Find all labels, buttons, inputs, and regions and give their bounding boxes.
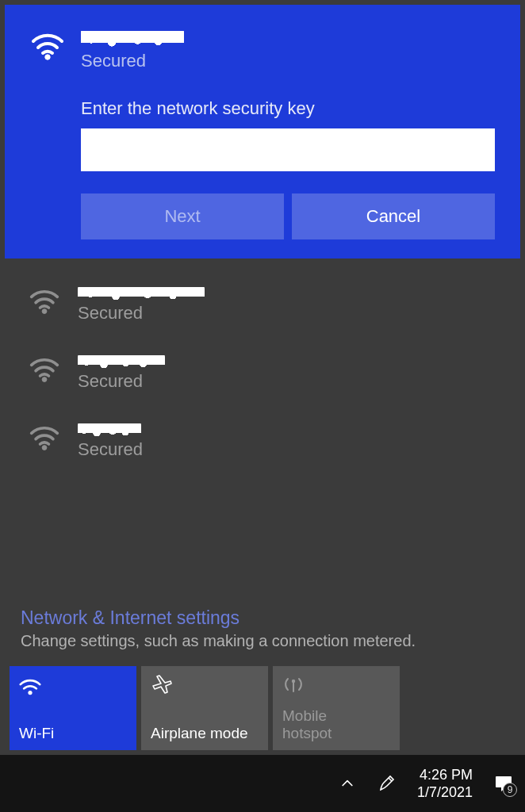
taskbar-clock[interactable]: 4:26 PM 1/7/2021 bbox=[417, 766, 473, 802]
network-item-text: Secured bbox=[78, 284, 205, 324]
action-center-button[interactable]: 9 bbox=[493, 773, 514, 794]
active-network-header: Secured bbox=[30, 27, 495, 71]
airplane-tile-label: Airplane mode bbox=[151, 725, 259, 742]
network-item-status: Secured bbox=[78, 439, 143, 460]
ssid-redacted bbox=[81, 27, 184, 49]
wifi-tile[interactable]: Wi-Fi bbox=[10, 666, 136, 750]
network-list: Secured Secured Secured bbox=[5, 259, 520, 474]
tray-overflow-button[interactable] bbox=[338, 774, 357, 793]
svg-point-3 bbox=[292, 680, 295, 683]
hotspot-icon bbox=[282, 674, 305, 696]
active-network-status: Secured bbox=[81, 51, 184, 71]
network-item-text: Secured bbox=[78, 352, 165, 392]
network-item[interactable]: Secured bbox=[24, 338, 501, 406]
security-key-label: Enter the network security key bbox=[81, 98, 495, 119]
network-item[interactable]: Secured bbox=[24, 406, 501, 474]
ssid-redacted bbox=[78, 284, 205, 301]
taskbar-date: 1/7/2021 bbox=[417, 783, 473, 802]
network-settings-link[interactable]: Network & Internet settings bbox=[21, 607, 240, 629]
network-item-text: Secured bbox=[78, 420, 143, 460]
ssid-redacted bbox=[78, 352, 165, 370]
taskbar: 4:26 PM 1/7/2021 9 bbox=[0, 755, 525, 812]
active-network-panel: Secured Enter the network security key N… bbox=[5, 5, 520, 259]
network-item-status: Secured bbox=[78, 303, 205, 324]
network-item[interactable]: Secured bbox=[24, 270, 501, 338]
quick-action-tiles: Wi-Fi Airplane mode Mobile hotspot bbox=[5, 666, 520, 755]
pen-icon bbox=[377, 774, 397, 793]
active-network-text: Secured bbox=[81, 27, 184, 71]
chevron-up-icon bbox=[339, 776, 355, 791]
mobile-hotspot-tile[interactable]: Mobile hotspot bbox=[273, 666, 400, 750]
cancel-button[interactable]: Cancel bbox=[292, 193, 495, 239]
airplane-icon bbox=[151, 674, 173, 696]
notification-count-badge: 9 bbox=[503, 783, 517, 797]
pen-tray-icon[interactable] bbox=[377, 774, 397, 793]
security-key-prompt: Enter the network security key bbox=[81, 98, 495, 171]
wifi-tile-label: Wi-Fi bbox=[19, 725, 127, 742]
connect-buttons: Next Cancel bbox=[81, 193, 495, 239]
security-key-input[interactable] bbox=[81, 128, 495, 171]
network-item-status: Secured bbox=[78, 371, 165, 392]
hotspot-tile-label: Mobile hotspot bbox=[282, 707, 390, 742]
network-settings-subtitle: Change settings, such as making a connec… bbox=[21, 632, 504, 650]
settings-block: Network & Internet settings Change setti… bbox=[5, 599, 520, 666]
wifi-icon bbox=[30, 27, 65, 62]
taskbar-time: 4:26 PM bbox=[417, 766, 473, 784]
wifi-icon bbox=[29, 284, 60, 316]
next-button[interactable]: Next bbox=[81, 193, 284, 239]
wifi-icon bbox=[29, 352, 60, 384]
wifi-icon bbox=[29, 420, 60, 452]
network-flyout: Secured Enter the network security key N… bbox=[0, 0, 525, 755]
airplane-mode-tile[interactable]: Airplane mode bbox=[141, 666, 268, 750]
ssid-redacted bbox=[78, 420, 141, 438]
wifi-icon bbox=[19, 674, 41, 696]
